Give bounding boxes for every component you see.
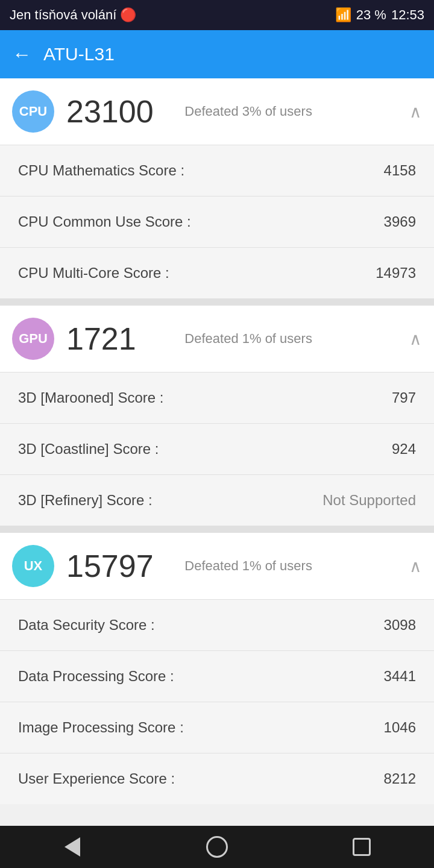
table-row: User Experience Score :8212 <box>0 753 434 804</box>
score-rows-ux: Data Security Score :3098Data Processing… <box>0 600 434 804</box>
score-label: User Experience Score : <box>18 770 175 787</box>
score-value: 1046 <box>384 719 416 736</box>
badge-cpu: CPU <box>12 90 54 133</box>
battery-text: 23 % <box>356 7 386 23</box>
table-row: CPU Multi-Core Score :14973 <box>0 248 434 298</box>
section-header-gpu: GPU1721Defeated 1% of users∧ <box>0 306 434 373</box>
badge-gpu: GPU <box>12 318 54 360</box>
section-header-ux: UX15797Defeated 1% of users∧ <box>0 533 434 600</box>
section-header-cpu: CPU23100Defeated 3% of users∧ <box>0 78 434 145</box>
defeated-ux: Defeated 1% of users <box>184 558 397 574</box>
score-label: 3D [Refinery] Score : <box>18 492 153 509</box>
score-value: 3098 <box>384 617 416 634</box>
section-divider <box>0 298 434 306</box>
badge-ux: UX <box>12 545 54 587</box>
carrier-text: Jen tísňová volání 🔴 <box>10 7 136 23</box>
chevron-cpu[interactable]: ∧ <box>409 102 422 122</box>
wifi-icon: 📶 <box>335 7 351 23</box>
table-row: 3D [Coastline] Score :924 <box>0 424 434 475</box>
score-label: CPU Multi-Core Score : <box>18 265 169 281</box>
section-divider <box>0 526 434 533</box>
main-content: CPU23100Defeated 3% of users∧CPU Mathema… <box>0 78 434 826</box>
score-value: 4158 <box>384 162 416 179</box>
table-row: 3D [Refinery] Score :Not Supported <box>0 475 434 526</box>
recent-nav-button[interactable] <box>344 829 380 865</box>
home-nav-button[interactable] <box>199 829 235 865</box>
score-label: Image Processing Score : <box>18 719 184 736</box>
bottom-nav <box>0 826 434 868</box>
chevron-ux[interactable]: ∧ <box>409 556 422 576</box>
score-gpu: 1721 <box>66 321 172 357</box>
score-cpu: 23100 <box>66 93 172 130</box>
app-bar: ← ATU-L31 <box>0 30 434 78</box>
score-ux: 15797 <box>66 548 172 584</box>
table-row: 3D [Marooned] Score :797 <box>0 373 434 424</box>
table-row: Data Processing Score :3441 <box>0 651 434 702</box>
score-value: 797 <box>392 389 416 406</box>
table-row: Data Security Score :3098 <box>0 600 434 651</box>
score-label: CPU Mathematics Score : <box>18 162 184 179</box>
table-row: CPU Mathematics Score :4158 <box>0 145 434 197</box>
score-value: 14973 <box>376 265 416 281</box>
score-value: Not Supported <box>322 492 416 509</box>
defeated-cpu: Defeated 3% of users <box>184 104 397 119</box>
score-label: 3D [Marooned] Score : <box>18 389 163 406</box>
score-value: 924 <box>392 441 416 458</box>
defeated-gpu: Defeated 1% of users <box>184 331 397 347</box>
score-label: Data Processing Score : <box>18 668 174 685</box>
status-bar: Jen tísňová volání 🔴 📶 23 % 12:53 <box>0 0 434 30</box>
table-row: Image Processing Score :1046 <box>0 702 434 753</box>
back-button[interactable]: ← <box>12 43 31 66</box>
score-rows-cpu: CPU Mathematics Score :4158CPU Common Us… <box>0 145 434 298</box>
page-title: ATU-L31 <box>43 44 115 64</box>
score-rows-gpu: 3D [Marooned] Score :7973D [Coastline] S… <box>0 373 434 526</box>
score-label: CPU Common Use Score : <box>18 213 191 230</box>
time-text: 12:53 <box>391 7 424 23</box>
score-label: 3D [Coastline] Score : <box>18 441 159 458</box>
score-value: 3969 <box>384 213 416 230</box>
back-nav-button[interactable] <box>54 829 90 865</box>
table-row: CPU Common Use Score :3969 <box>0 197 434 248</box>
score-value: 3441 <box>384 668 416 685</box>
score-value: 8212 <box>384 770 416 787</box>
score-label: Data Security Score : <box>18 617 155 634</box>
chevron-gpu[interactable]: ∧ <box>409 329 422 349</box>
